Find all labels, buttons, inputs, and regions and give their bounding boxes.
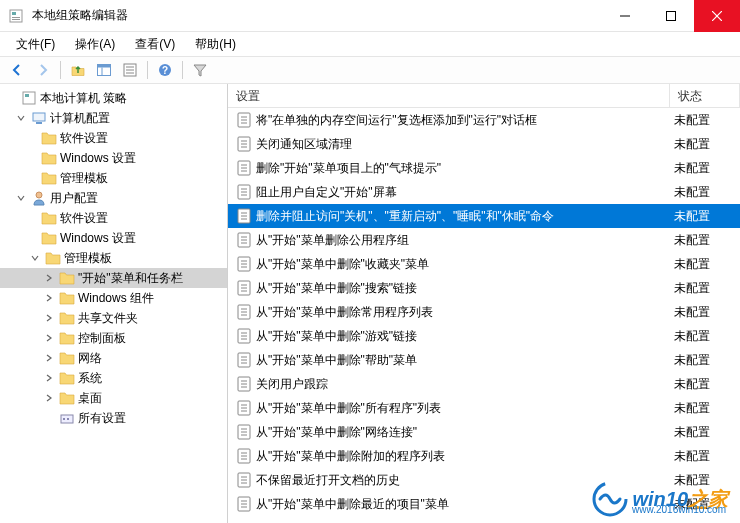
policy-icon [236, 280, 252, 296]
tree-item[interactable]: Windows 组件 [0, 288, 227, 308]
list-row[interactable]: 从"开始"菜单删除公用程序组未配置 [228, 228, 740, 252]
list-panel[interactable]: 设置 状态 将"在单独的内存空间运行"复选框添加到"运行"对话框未配置关闭通知区… [228, 84, 740, 523]
toolbar-separator [147, 61, 148, 79]
row-state-text: 未配置 [670, 424, 740, 441]
policy-icon [236, 136, 252, 152]
chevron-right-icon[interactable] [42, 271, 56, 285]
row-state-text: 未配置 [670, 400, 740, 417]
tree-computer-config[interactable]: 计算机配置 [0, 108, 227, 128]
list-row[interactable]: 将"在单独的内存空间运行"复选框添加到"运行"对话框未配置 [228, 108, 740, 132]
folder-icon [41, 230, 57, 246]
tree-item[interactable]: 网络 [0, 348, 227, 368]
up-button[interactable] [67, 59, 89, 81]
svg-rect-14 [667, 11, 676, 20]
properties-button[interactable] [119, 59, 141, 81]
menu-help[interactable]: 帮助(H) [187, 34, 244, 55]
list-row[interactable]: 从"开始"菜单中删除最近的项目"菜单未配置 [228, 492, 740, 516]
back-button[interactable] [6, 59, 28, 81]
folder-icon [41, 130, 57, 146]
tree-item[interactable]: 共享文件夹 [0, 308, 227, 328]
row-state-text: 未配置 [670, 472, 740, 489]
menu-action[interactable]: 操作(A) [67, 34, 123, 55]
row-state-text: 未配置 [670, 232, 740, 249]
chevron-down-icon[interactable] [14, 111, 28, 125]
menubar: 文件(F) 操作(A) 查看(V) 帮助(H) [0, 32, 740, 56]
list-row[interactable]: 阻止用户自定义"开始"屏幕未配置 [228, 180, 740, 204]
tree-item[interactable]: 管理模板 [0, 168, 227, 188]
toolbar: ? [0, 56, 740, 84]
policy-icon [236, 304, 252, 320]
list-row[interactable]: 从"开始"菜单中删除"帮助"菜单未配置 [228, 348, 740, 372]
list-row[interactable]: 从"开始"菜单中删除"搜索"链接未配置 [228, 276, 740, 300]
help-button[interactable]: ? [154, 59, 176, 81]
chevron-right-icon[interactable] [42, 331, 56, 345]
chevron-right-icon[interactable] [42, 311, 56, 325]
toolbar-separator [182, 61, 183, 79]
tree-item[interactable]: 软件设置 [0, 208, 227, 228]
close-button[interactable] [694, 0, 740, 32]
list-row[interactable]: 不保留最近打开文档的历史未配置 [228, 468, 740, 492]
tree-item[interactable]: Windows 设置 [0, 228, 227, 248]
tree-user-config[interactable]: 用户配置 [0, 188, 227, 208]
folder-icon [59, 310, 75, 326]
row-setting-text: 从"开始"菜单中删除"搜索"链接 [256, 280, 670, 297]
list-row[interactable]: 从"开始"菜单中删除"游戏"链接未配置 [228, 324, 740, 348]
tree-item[interactable]: "开始"菜单和任务栏 [0, 268, 227, 288]
chevron-down-icon[interactable] [14, 191, 28, 205]
tree-root[interactable]: 本地计算机 策略 [0, 88, 227, 108]
row-state-text: 未配置 [670, 184, 740, 201]
maximize-button[interactable] [648, 0, 694, 32]
chevron-down-icon[interactable] [28, 251, 42, 265]
tree-label: 桌面 [78, 390, 102, 407]
menu-view[interactable]: 查看(V) [127, 34, 183, 55]
filter-button[interactable] [189, 59, 211, 81]
list-row[interactable]: 从"开始"菜单中删除附加的程序列表未配置 [228, 444, 740, 468]
row-setting-text: 从"开始"菜单中删除"收藏夹"菜单 [256, 256, 670, 273]
tree-label: 所有设置 [78, 410, 126, 427]
app-icon [8, 8, 24, 24]
list-row[interactable]: 删除"开始"菜单项目上的"气球提示"未配置 [228, 156, 740, 180]
row-state-text: 未配置 [670, 160, 740, 177]
forward-button[interactable] [32, 59, 54, 81]
tree-panel[interactable]: 本地计算机 策略 计算机配置 软件设置 Windows 设置 管理模板 用户配置… [0, 84, 228, 523]
list-row[interactable]: 从"开始"菜单中删除"收藏夹"菜单未配置 [228, 252, 740, 276]
list-row[interactable]: 从"开始"菜单中删除"所有程序"列表未配置 [228, 396, 740, 420]
column-header-state[interactable]: 状态 [670, 84, 740, 107]
menu-file[interactable]: 文件(F) [8, 34, 63, 55]
policy-icon [236, 352, 252, 368]
tree-item[interactable]: 桌面 [0, 388, 227, 408]
row-setting-text: 不保留最近打开文档的历史 [256, 472, 670, 489]
folder-icon [41, 150, 57, 166]
tree-item[interactable]: 所有设置 [0, 408, 227, 428]
show-hide-tree-button[interactable] [93, 59, 115, 81]
minimize-button[interactable] [602, 0, 648, 32]
row-setting-text: 将"在单独的内存空间运行"复选框添加到"运行"对话框 [256, 112, 670, 129]
tree-item[interactable]: 系统 [0, 368, 227, 388]
tree-label: 管理模板 [64, 250, 112, 267]
chevron-right-icon[interactable] [42, 351, 56, 365]
list-row[interactable]: 关闭用户跟踪未配置 [228, 372, 740, 396]
svg-text:?: ? [162, 65, 168, 76]
tree-item[interactable]: 控制面板 [0, 328, 227, 348]
chevron-right-icon[interactable] [42, 371, 56, 385]
svg-rect-11 [12, 17, 20, 18]
row-setting-text: 从"开始"菜单中删除"游戏"链接 [256, 328, 670, 345]
list-row[interactable]: 删除并阻止访问"关机"、"重新启动"、"睡眠"和"休眠"命令未配置 [228, 204, 740, 228]
list-row[interactable]: 从"开始"菜单中删除"网络连接"未配置 [228, 420, 740, 444]
tree-admin-templates[interactable]: 管理模板 [0, 248, 227, 268]
row-state-text: 未配置 [670, 136, 740, 153]
row-state-text: 未配置 [670, 376, 740, 393]
tree-item[interactable]: Windows 设置 [0, 148, 227, 168]
tree-item[interactable]: 软件设置 [0, 128, 227, 148]
tree-label: Windows 设置 [60, 150, 136, 167]
policy-icon [236, 328, 252, 344]
list-row[interactable]: 从"开始"菜单中删除常用程序列表未配置 [228, 300, 740, 324]
column-header-setting[interactable]: 设置 [228, 84, 670, 107]
expander-icon[interactable] [4, 91, 18, 105]
row-setting-text: 关闭通知区域清理 [256, 136, 670, 153]
chevron-right-icon[interactable] [42, 391, 56, 405]
svg-rect-9 [10, 10, 22, 22]
tree-label: 网络 [78, 350, 102, 367]
list-row[interactable]: 关闭通知区域清理未配置 [228, 132, 740, 156]
chevron-right-icon[interactable] [42, 291, 56, 305]
